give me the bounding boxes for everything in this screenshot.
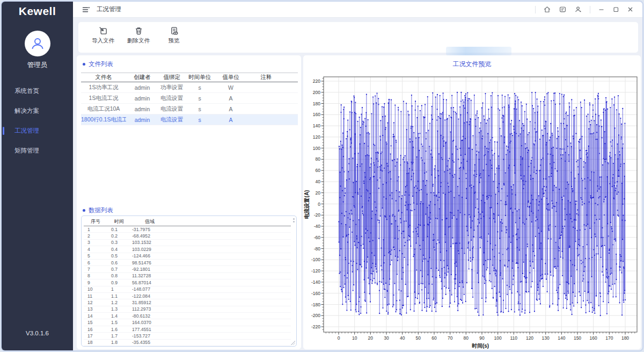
- home-icon[interactable]: [543, 5, 551, 13]
- data-cell-index: 14: [84, 313, 107, 319]
- svg-text:180: 180: [621, 335, 629, 341]
- data-cell-value: -80.6132: [131, 313, 169, 319]
- toolbar: 导入文件 删除文件 预览: [78, 22, 638, 53]
- data-cell-index: 4: [84, 247, 107, 252]
- chart-panel: 工况文件预览 010203040506070809010011012013014…: [303, 55, 641, 349]
- chart-svg: 0102030405060708090100110120130140150160…: [303, 70, 641, 350]
- main-content: 导入文件 删除文件 预览: [73, 18, 642, 350]
- svg-text:80: 80: [464, 335, 469, 341]
- data-cell-value: -31.7975: [131, 227, 169, 232]
- avatar: [25, 31, 50, 56]
- import-file-button[interactable]: 导入文件: [88, 26, 118, 45]
- svg-text:60: 60: [316, 168, 321, 173]
- data-cell-index: 17: [84, 333, 107, 339]
- file-row[interactable]: 1S功率工况admin功率设置sW: [81, 82, 298, 93]
- col-filename: 文件名: [81, 74, 126, 81]
- data-cell-index: 2: [84, 233, 107, 239]
- file-cell-value_unit: A: [214, 117, 247, 123]
- brand-logo: Kewell: [2, 2, 73, 18]
- svg-text:20: 20: [316, 190, 321, 196]
- data-cell-value: 112.2973: [131, 306, 169, 312]
- preview-button[interactable]: 预览: [159, 26, 189, 45]
- file-table: 文件名 创建者 值绑定 时间单位 值单位 注释 1S功率工况admin功率设置s…: [81, 73, 298, 125]
- delete-file-button[interactable]: 删除文件: [123, 26, 153, 45]
- user-role-label: 管理员: [2, 61, 73, 70]
- data-cell-value: 31.85912: [131, 300, 169, 305]
- file-row[interactable]: 1800行0.1S电流工况admin电流设置sA: [81, 114, 298, 125]
- close-icon[interactable]: [627, 6, 634, 13]
- sidebar-item-condition-management[interactable]: 工况管理: [2, 121, 73, 141]
- data-row: 151.5164.0370: [84, 319, 291, 326]
- file-table-body: 1S功率工况admin功率设置sW1S电流工况admin电流设置sA电流工况10…: [81, 82, 298, 125]
- svg-text:30: 30: [384, 335, 389, 341]
- maximize-icon[interactable]: [612, 6, 619, 13]
- data-cell-value: -148.077: [131, 286, 169, 292]
- data-row: 181.8-35.4355: [84, 340, 291, 346]
- data-row: 70.7-92.1801: [84, 266, 291, 272]
- col-index: 序号: [84, 218, 107, 225]
- resize-handle[interactable]: [291, 341, 295, 345]
- svg-text:140: 140: [558, 335, 565, 341]
- file-cell-binding: 电流设置: [158, 95, 185, 102]
- data-list-section-title: 数据列表: [77, 202, 301, 214]
- data-row: 40.4103.0229: [84, 246, 291, 253]
- sidebar-item-system-home[interactable]: 系统首页: [2, 81, 73, 101]
- import-file-label: 导入文件: [92, 37, 114, 45]
- data-cell-value: 103.0229: [131, 247, 169, 252]
- titlebar-controls: [535, 5, 642, 13]
- file-cell-name: 1800行0.1S电流工况: [81, 116, 126, 124]
- data-cell-index: 16: [84, 327, 107, 332]
- minimize-icon[interactable]: [598, 6, 605, 13]
- file-cell-time_unit: s: [185, 106, 214, 112]
- svg-text:140: 140: [313, 123, 320, 128]
- data-table-scrollbar[interactable]: [292, 218, 295, 226]
- data-cell-value: -92.1801: [131, 267, 169, 272]
- sidebar-collapse-icon[interactable]: [82, 5, 90, 14]
- data-cell-time: 0.5: [107, 253, 131, 258]
- user-icon[interactable]: [574, 5, 582, 13]
- data-cell-value: -35.4355: [131, 340, 169, 345]
- data-cell-time: 1.4: [107, 313, 131, 319]
- data-table-body: 10.1-31.797520.2-68.495230.3103.153240.4…: [82, 226, 296, 346]
- svg-text:200: 200: [313, 90, 320, 95]
- data-cell-index: 11: [84, 293, 107, 299]
- data-cell-index: 10: [84, 286, 107, 292]
- svg-text:150: 150: [574, 335, 581, 341]
- svg-text:-40: -40: [314, 224, 321, 229]
- svg-text:-20: -20: [314, 212, 321, 218]
- data-cell-time: 0.9: [107, 280, 131, 285]
- col-time-unit: 时间单位: [185, 74, 214, 81]
- svg-text:110: 110: [510, 335, 518, 341]
- sidebar-item-solutions[interactable]: 解决方案: [2, 101, 73, 121]
- file-cell-creator: admin: [126, 106, 158, 112]
- data-cell-time: 0.3: [107, 240, 131, 245]
- data-cell-value: -68.4952: [131, 233, 169, 239]
- data-cell-index: 9: [84, 280, 107, 285]
- svg-text:160: 160: [590, 335, 597, 341]
- titlebar-separator: [535, 6, 536, 13]
- delete-file-icon: [134, 26, 144, 36]
- file-row[interactable]: 电流工况10Aadmin电流设置sA: [81, 104, 298, 114]
- file-and-data-panel: 文件列表 文件名 创建者 值绑定 时间单位 值单位 注释 1S功率工况admin…: [77, 55, 301, 349]
- svg-text:170: 170: [605, 335, 613, 341]
- data-cell-time: 1.5: [107, 320, 131, 325]
- data-cell-value: 177.4551: [131, 327, 169, 332]
- import-file-icon: [98, 26, 108, 36]
- file-cell-time_unit: s: [185, 95, 214, 102]
- data-table-header: 序号 时间 值域: [84, 217, 291, 226]
- app-window: Kewell 管理员 系统首页 解决方案 工况管理 矩阵管理 V3.0.1.6: [1, 1, 643, 351]
- language-icon[interactable]: [559, 5, 567, 13]
- data-cell-index: 7: [84, 267, 107, 272]
- data-cell-value: 11.32728: [131, 273, 169, 278]
- svg-text:时间(s): 时间(s): [472, 343, 489, 349]
- sidebar-item-matrix-management[interactable]: 矩阵管理: [2, 141, 73, 161]
- data-cell-value: 56.87014: [131, 280, 169, 285]
- svg-text:100: 100: [494, 335, 502, 341]
- file-cell-time_unit: s: [185, 84, 214, 91]
- svg-text:-220: -220: [311, 324, 320, 329]
- data-row: 131.3112.2973: [84, 306, 291, 313]
- data-cell-time: 0.2: [107, 233, 131, 239]
- svg-text:-200: -200: [311, 313, 320, 318]
- file-row[interactable]: 1S电流工况admin电流设置sA: [81, 93, 298, 104]
- svg-text:10: 10: [352, 335, 357, 341]
